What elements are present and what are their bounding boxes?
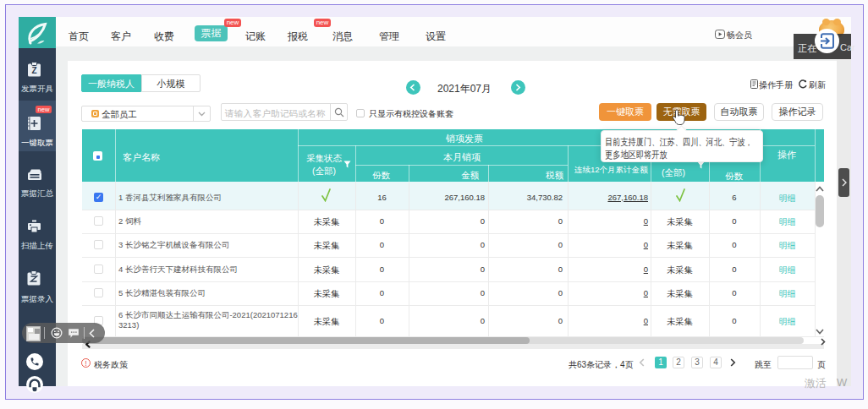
svg-text:Z: Z [31,66,36,75]
